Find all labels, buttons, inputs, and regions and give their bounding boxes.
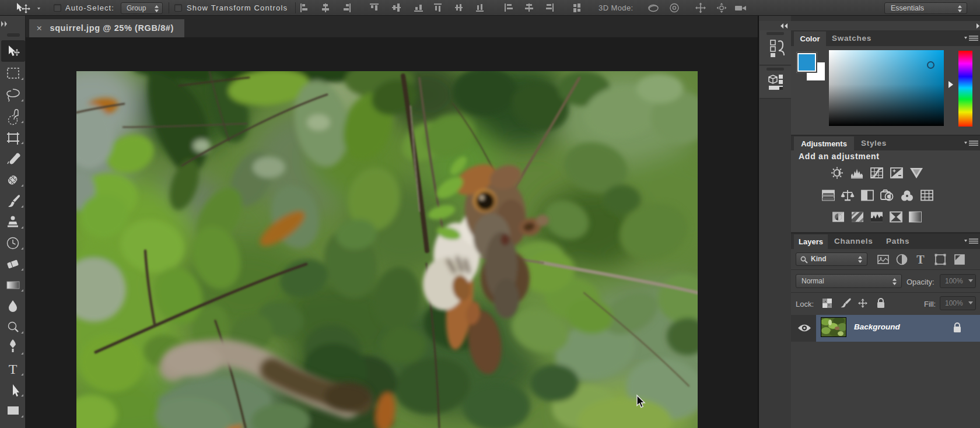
svg-text:T: T xyxy=(916,253,925,266)
svg-text:T: T xyxy=(9,362,18,377)
